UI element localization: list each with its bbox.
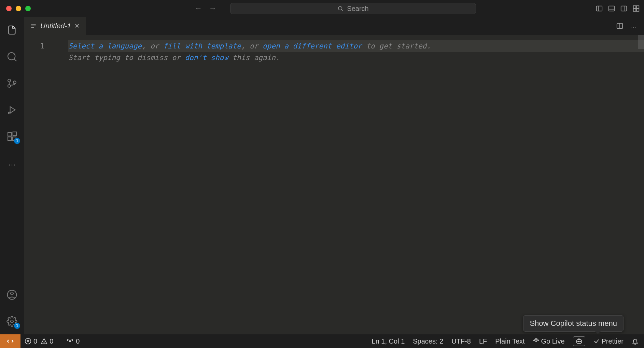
svg-rect-38 [576, 339, 582, 343]
editor-more-button[interactable]: … [630, 21, 637, 30]
svg-rect-6 [621, 6, 627, 11]
svg-point-35 [44, 343, 44, 343]
svg-rect-2 [597, 6, 602, 11]
warning-icon [41, 338, 47, 345]
titlebar: ← → Search [0, 0, 644, 17]
svg-point-18 [8, 112, 10, 114]
indent-selector[interactable]: Spaces: 2 [413, 337, 443, 345]
svg-rect-8 [633, 6, 636, 8]
svg-rect-19 [8, 132, 12, 136]
file-icon [30, 23, 37, 29]
select-language-link[interactable]: Select a language [68, 42, 142, 50]
error-icon [25, 338, 31, 345]
svg-rect-10 [633, 9, 636, 11]
close-window-button[interactable] [6, 6, 12, 11]
svg-rect-9 [636, 6, 639, 8]
remote-icon [6, 337, 14, 345]
accounts-button[interactable] [6, 289, 18, 301]
explorer-tab[interactable] [6, 24, 18, 36]
scrollbar[interactable] [638, 35, 644, 49]
bell-icon[interactable] [632, 338, 639, 345]
svg-point-12 [8, 53, 15, 60]
svg-point-24 [11, 292, 13, 295]
play-bug-icon [6, 104, 17, 115]
maximize-window-button[interactable] [25, 6, 31, 11]
svg-line-13 [14, 59, 17, 61]
line-number: 1 [24, 40, 44, 52]
check-icon [593, 338, 600, 344]
svg-point-37 [535, 341, 536, 342]
copilot-icon [575, 337, 583, 345]
prettier-button[interactable]: Prettier [593, 337, 624, 345]
open-editor-link[interactable]: open a different editor [263, 42, 362, 50]
copilot-tooltip: Show Copilot status menu [523, 315, 624, 332]
editor[interactable]: 1 Select a language, or fill with templa… [24, 35, 644, 334]
ports-button[interactable]: 0 [66, 337, 80, 345]
person-icon [6, 289, 17, 300]
svg-marker-17 [10, 107, 15, 113]
go-live-button[interactable]: Go Live [533, 337, 565, 345]
extensions-tab[interactable]: 1 [6, 130, 18, 143]
overflow-menu[interactable]: … [6, 157, 18, 169]
gutter: 1 [24, 35, 58, 334]
history-nav: ← → [195, 4, 216, 13]
settings-badge: 1 [14, 323, 20, 329]
broadcast-icon [533, 338, 539, 344]
tab-bar: Untitled-1 ✕ … [24, 17, 644, 35]
dont-show-link[interactable]: don't show [185, 54, 228, 62]
close-tab-button[interactable]: ✕ [74, 22, 80, 30]
editor-hint-line1: Select a language, or fill with template… [68, 40, 644, 52]
svg-point-15 [8, 85, 11, 87]
source-control-tab[interactable] [6, 77, 18, 89]
minimize-window-button[interactable] [16, 6, 21, 11]
split-editor-icon[interactable] [616, 22, 624, 30]
status-bar: 0 0 0 Ln 1, Col 1 Spaces: 2 UTF-8 LF Pla… [0, 334, 644, 348]
svg-rect-11 [636, 9, 639, 11]
eol-selector[interactable]: LF [479, 337, 487, 345]
svg-point-14 [8, 79, 11, 82]
svg-point-0 [338, 6, 342, 10]
svg-point-25 [11, 320, 13, 323]
search-tab[interactable] [6, 50, 18, 63]
errors-button[interactable]: 0 [25, 337, 37, 345]
svg-point-36 [69, 340, 71, 342]
svg-line-1 [341, 10, 343, 11]
tab-label: Untitled-1 [40, 22, 71, 30]
file-tab-untitled[interactable]: Untitled-1 ✕ [24, 17, 86, 35]
window-controls [6, 6, 31, 11]
search-placeholder: Search [347, 5, 368, 13]
remote-button[interactable] [0, 334, 20, 348]
encoding-selector[interactable]: UTF-8 [451, 337, 471, 345]
forward-button[interactable]: → [209, 4, 216, 13]
files-icon [6, 25, 17, 35]
copilot-status-button[interactable] [573, 336, 585, 346]
extensions-badge: 1 [14, 138, 20, 144]
svg-rect-4 [609, 6, 615, 11]
panel-left-icon[interactable] [596, 5, 603, 12]
search-icon [6, 51, 17, 62]
search-icon [337, 5, 344, 12]
svg-point-39 [577, 341, 578, 342]
svg-point-40 [579, 341, 580, 342]
panel-right-icon[interactable] [620, 5, 628, 12]
run-debug-tab[interactable] [6, 104, 18, 116]
search-input[interactable]: Search [230, 3, 476, 14]
panel-bottom-icon[interactable] [608, 5, 615, 12]
branch-icon [6, 78, 17, 89]
language-selector[interactable]: Plain Text [495, 337, 524, 345]
warnings-button[interactable]: 0 [41, 337, 53, 345]
cursor-position[interactable]: Ln 1, Col 1 [372, 337, 405, 345]
code-area[interactable]: Select a language, or fill with template… [68, 35, 644, 63]
back-button[interactable]: ← [195, 4, 202, 13]
settings-button[interactable]: 1 [6, 315, 18, 328]
fill-template-link[interactable]: fill with template [163, 42, 241, 50]
layout-icon[interactable] [632, 5, 640, 12]
svg-rect-22 [13, 132, 17, 136]
svg-point-16 [13, 81, 16, 84]
activity-bar: 1 … 1 [0, 17, 24, 334]
svg-rect-20 [8, 137, 12, 141]
antenna-icon [66, 337, 74, 345]
editor-hint-line2: Start typing to dismiss or don't show th… [68, 54, 280, 62]
